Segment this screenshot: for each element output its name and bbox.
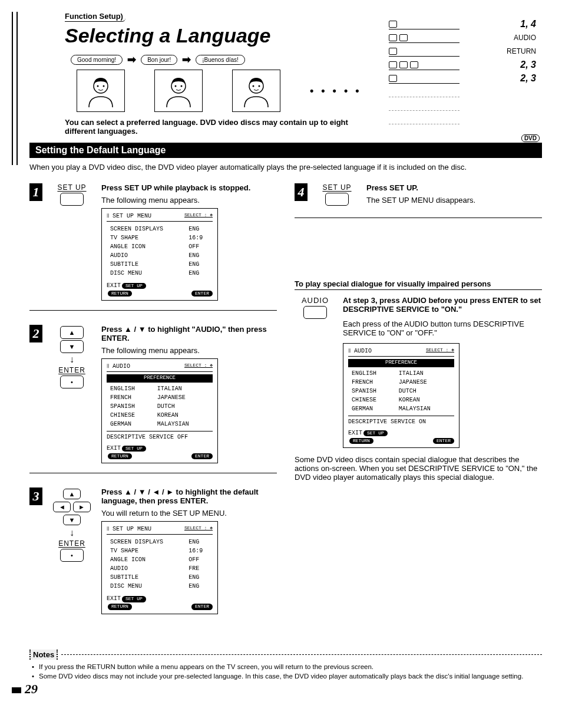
- step-number-1: 1: [29, 183, 42, 201]
- down-arrow-icon: ↓: [48, 354, 95, 365]
- down-button-icon: ▼: [60, 340, 84, 353]
- step-1-text: The following menu appears.: [101, 196, 277, 205]
- person-icon: [77, 70, 125, 112]
- person-icon: [154, 70, 203, 112]
- setup-label: SET UP: [48, 183, 95, 192]
- section-heading: Setting the Default Language DVD: [29, 143, 542, 158]
- notes-header: Notes: [29, 650, 542, 660]
- left-button-icon: ◄: [53, 502, 71, 512]
- svg-point-7: [253, 85, 254, 87]
- enter-label: ENTER: [48, 366, 95, 374]
- remote-ref-2-3b: 2, 3: [520, 73, 536, 84]
- step-2-title: Press ▲ / ▼ to highlight "AUDIO," then p…: [101, 325, 277, 342]
- notes-label: Notes: [29, 650, 58, 660]
- step-number-3: 3: [29, 487, 42, 505]
- bubble-spanish: ¡Buenos días!: [196, 55, 245, 65]
- svg-point-1: [97, 85, 99, 87]
- special-p1: At step 3, press AUDIO before you press …: [343, 296, 542, 314]
- notes-rule: [61, 654, 542, 655]
- down-button-icon: ▼: [63, 515, 81, 525]
- enter-label: ENTER: [48, 539, 95, 548]
- arrow-icon: ➡: [127, 53, 136, 66]
- step-3: 3 ▲ ◄ ► ▼ ↓ ENTER • Press ▲ / ▼ / ◄ / ► …: [29, 487, 277, 623]
- remote-ref-audio: AUDIO: [514, 34, 536, 42]
- step-1-title: Press SET UP while playback is stopped.: [101, 183, 277, 192]
- step-3-title: Press ▲ / ▼ / ◄ / ► to highlight the def…: [101, 487, 277, 505]
- setup-label: SET UP: [313, 183, 361, 192]
- audio-menu-1: ⦀ AUDIOSELECT : ✥ PREFERENCE ENGLISHITAL…: [101, 358, 218, 463]
- remote-reference-diagram: 1, 4 AUDIO RETURN 2, 3 2, 3: [389, 18, 536, 126]
- page-number: 29: [12, 681, 38, 694]
- intro-text: You can select a preferred language. DVD…: [65, 118, 359, 136]
- step-number-2: 2: [29, 325, 42, 342]
- svg-point-8: [259, 85, 260, 87]
- special-heading: To play special dialogue for visually im…: [295, 279, 542, 290]
- note-item: Some DVD video discs may not include you…: [32, 673, 542, 680]
- audio-button-icon: [303, 306, 327, 319]
- setup-menu-2: ⦀ SET UP MENUSELECT : ✥ SCREEN DISPLAYSE…: [101, 521, 218, 614]
- breadcrumb: Function Setup: [65, 12, 125, 22]
- bubble-english: Good morning!: [71, 55, 123, 65]
- step-4: 4 SET UP Press SET UP. The SET UP MENU d…: [295, 183, 542, 218]
- up-button-icon: ▲: [63, 489, 81, 499]
- arrow-icon: ➡: [182, 53, 191, 66]
- menu-rows: SCREEN DISPLAYSENGTV SHAPE16:9ANGLE ICON…: [107, 224, 213, 278]
- down-arrow-icon: ↓: [48, 528, 95, 538]
- step-4-title: Press SET UP.: [366, 183, 542, 192]
- remote-ref-return: RETURN: [507, 47, 536, 55]
- notes-list: If you press the RETURN button while a m…: [32, 663, 542, 680]
- menu-rows: SCREEN DISPLAYSENGTV SHAPE16:9ANGLE ICON…: [107, 537, 213, 591]
- note-item: If you press the RETURN button while a m…: [32, 663, 542, 670]
- dvd-badge: DVD: [521, 134, 540, 142]
- svg-point-2: [103, 85, 105, 87]
- menu-rows: ENGLISHITALIANFRENCHJAPANESESPANISHDUTCH…: [107, 384, 213, 429]
- step-4-text: The SET UP MENU disappears.: [366, 196, 542, 205]
- page-edge-border: [12, 12, 18, 165]
- setup-menu-1: ⦀ SET UP MENUSELECT : ✥ SCREEN DISPLAYSE…: [101, 208, 218, 301]
- right-button-icon: ►: [73, 502, 91, 512]
- svg-point-4: [175, 85, 177, 87]
- remote-ref-1-4: 1, 4: [520, 19, 536, 29]
- ellipsis-icon: • • • • •: [310, 85, 362, 97]
- audio-menu-2: ⦀ AUDIOSELECT : ✥ PREFERENCE ENGLISHITAL…: [343, 343, 459, 448]
- setup-button-icon: [60, 193, 84, 206]
- svg-point-5: [181, 85, 183, 87]
- step-2-text: The following menu appears.: [101, 346, 277, 355]
- step-number-4: 4: [295, 183, 308, 201]
- enter-button-icon: •: [60, 549, 84, 562]
- enter-button-icon: •: [60, 375, 84, 388]
- person-icon: [232, 70, 280, 112]
- lead-text: When you play a DVD video disc, the DVD …: [29, 163, 542, 172]
- step-1: 1 SET UP Press SET UP while playback is …: [29, 183, 277, 311]
- special-p2: Each press of the AUDIO button turns DES…: [343, 319, 542, 337]
- remote-ref-2-3a: 2, 3: [520, 60, 536, 70]
- section-heading-text: Setting the Default Language: [35, 145, 166, 155]
- audio-label: AUDIO: [295, 296, 336, 305]
- up-button-icon: ▲: [60, 326, 84, 339]
- special-p3: Some DVD video discs contain special dia…: [295, 455, 542, 482]
- audio-instruction-block: AUDIO At step 3, press AUDIO before you …: [295, 296, 542, 448]
- bubble-french: Bon jour!: [141, 55, 177, 65]
- setup-button-icon: [325, 193, 349, 206]
- step-3-text: You will return to the SET UP MENU.: [101, 509, 277, 518]
- menu-rows: ENGLISHITALIANFRENCHJAPANESESPANISHDUTCH…: [348, 368, 454, 414]
- step-2: 2 ▲ ▼ ↓ ENTER • Press ▲ / ▼ to highlight…: [29, 325, 277, 473]
